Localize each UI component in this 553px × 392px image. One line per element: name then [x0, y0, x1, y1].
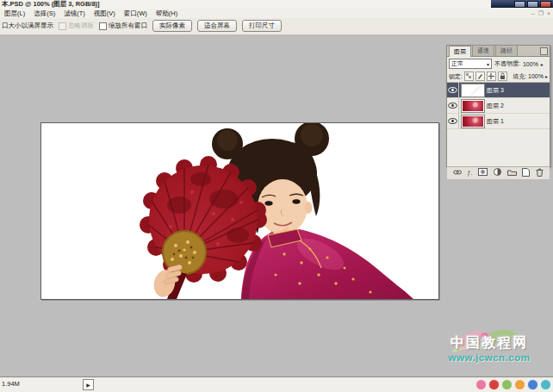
maximize-button[interactable] — [527, 1, 538, 8]
menu-view[interactable]: 视图(V) — [90, 9, 120, 18]
new-layer-icon[interactable] — [522, 168, 530, 179]
menu-select[interactable]: 选择(S) — [29, 9, 59, 18]
layer-name[interactable]: 图层 3 — [487, 86, 504, 95]
tab-paths[interactable]: 路径 — [495, 45, 518, 56]
opacity-flyout-icon[interactable]: ▸ — [541, 61, 544, 67]
fill-value[interactable]: 100% — [528, 73, 544, 79]
layers-palette-footer: ƒ. — [447, 166, 550, 179]
tab-channels[interactable]: 通道 — [472, 45, 494, 56]
layer-row-3[interactable]: 图层 3 — [447, 83, 550, 98]
print-size-button[interactable]: 打印尺寸 — [242, 20, 282, 32]
lock-transparency-icon[interactable] — [464, 72, 474, 81]
options-bar: 口大小以满屏显示 忽略调板 缩放所有窗口 实际像素 适合屏幕 打印尺寸 画笔 工… — [0, 18, 553, 35]
lock-all-icon[interactable] — [498, 72, 507, 81]
fill-flyout-icon[interactable]: ▸ — [545, 73, 548, 79]
layer-style-icon[interactable]: ƒ. — [468, 169, 473, 177]
layers-palette: 图层 通道 路径 正常 ▾ 不透明度: 100% ▸ 锁定: — [446, 45, 550, 167]
menu-help[interactable]: 帮助(H) — [152, 9, 182, 18]
lock-position-icon[interactable] — [487, 72, 496, 81]
logo-dot-icon — [475, 379, 487, 390]
watermark-site-url: www.jcwcn.com — [428, 352, 550, 363]
adjustment-layer-icon[interactable] — [494, 168, 501, 178]
logo-dot-icon — [488, 379, 500, 390]
document-size: 1.94M — [2, 380, 20, 388]
watermark: 中国教程网 www.jcwcn.com — [428, 334, 550, 363]
doc-restore-icon[interactable]: ❐ — [538, 9, 544, 18]
window-title: 本.PSD @ 100% (图层 3, RGB/8)] — [2, 0, 100, 9]
visibility-toggle[interactable] — [447, 83, 459, 97]
photoshop-window: 本.PSD @ 100% (图层 3, RGB/8)] 图层(L) 选择(S) … — [0, 0, 553, 392]
checkbox-icon — [59, 22, 66, 30]
new-group-icon[interactable] — [507, 169, 517, 178]
canvas-image — [41, 123, 438, 299]
canvas-area[interactable] — [40, 122, 439, 300]
watermark-site-name: 中国教程网 — [428, 334, 550, 352]
link-layers-icon[interactable] — [453, 169, 462, 178]
triangle-right-icon: ▶ — [86, 382, 90, 388]
opacity-value[interactable]: 100% — [523, 61, 538, 67]
blend-mode-select[interactable]: 正常 ▾ — [449, 59, 492, 69]
lock-label: 锁定: — [449, 72, 463, 81]
layer-name[interactable]: 图层 1 — [487, 117, 504, 126]
status-bar: 1.94M ▶ — [0, 376, 553, 392]
fit-screen-button[interactable]: 适合屏幕 — [197, 20, 237, 32]
eye-icon — [448, 118, 457, 124]
eye-icon — [448, 87, 457, 93]
checkbox-icon[interactable] — [99, 22, 107, 30]
layer-name[interactable]: 图层 2 — [487, 102, 504, 110]
document-window-controls: – ❐ × — [531, 9, 550, 18]
layers-palette-tabs: 图层 通道 路径 — [447, 46, 550, 57]
actual-pixels-button[interactable]: 实际像素 — [152, 20, 192, 32]
delete-layer-icon[interactable] — [536, 168, 544, 179]
workspace: 图层 通道 路径 正常 ▾ 不透明度: 100% ▸ 锁定: — [0, 34, 553, 376]
logo-dot-icon — [514, 379, 525, 390]
window-controls — [491, 0, 553, 8]
fill-label: 填充: — [513, 72, 526, 81]
chevron-down-icon: ▾ — [487, 61, 489, 67]
opacity-label: 不透明度: — [494, 59, 520, 68]
resize-window-label: 口大小以满屏显示 — [2, 22, 53, 30]
palette-menu-icon[interactable] — [540, 47, 548, 55]
logo-dot-icon — [527, 379, 538, 390]
blend-opacity-row: 正常 ▾ 不透明度: 100% ▸ — [447, 57, 550, 71]
tab-layers[interactable]: 图层 — [449, 46, 471, 57]
layer-thumbnail[interactable] — [462, 100, 484, 112]
visibility-toggle[interactable] — [447, 98, 459, 113]
lock-pixels-icon[interactable] — [475, 72, 485, 81]
close-button[interactable] — [540, 1, 551, 8]
doc-close-icon[interactable]: × — [547, 9, 550, 18]
layer-mask-icon[interactable] — [478, 168, 488, 178]
layer-row-1[interactable]: 图层 1 — [447, 114, 550, 129]
layer-thumbnail[interactable] — [462, 84, 484, 96]
logo-icon-strip — [475, 379, 551, 390]
eye-icon — [448, 103, 457, 109]
layer-row-2[interactable]: 图层 2 — [447, 98, 550, 114]
logo-dot-icon — [501, 379, 513, 390]
zoom-all-windows-checkbox[interactable]: 缩放所有窗口 — [99, 22, 147, 30]
ignore-palettes-checkbox: 忽略调板 — [59, 22, 94, 30]
layer-thumbnail[interactable] — [462, 115, 484, 128]
menu-window[interactable]: 窗口(W) — [120, 9, 152, 18]
layers-empty-area — [447, 129, 550, 166]
flower-brush-icon — [444, 322, 530, 358]
logo-dot-icon — [540, 379, 551, 390]
doc-minimize-icon[interactable]: – — [531, 9, 535, 18]
visibility-toggle[interactable] — [447, 114, 459, 128]
menu-filter[interactable]: 滤镜(T) — [59, 9, 90, 18]
status-menu-button[interactable]: ▶ — [83, 379, 94, 390]
menu-layer[interactable]: 图层(L) — [0, 9, 29, 18]
lock-fill-row: 锁定: 填充: 100% ▸ — [447, 71, 550, 83]
minimize-button[interactable] — [514, 1, 525, 8]
